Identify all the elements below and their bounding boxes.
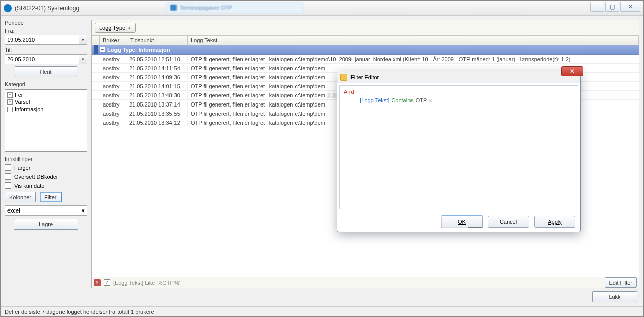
kategori-tree[interactable]: +Feil +Varsel +Informasjon	[5, 89, 87, 152]
expand-icon[interactable]: +	[7, 107, 13, 112]
checkbox-icon	[5, 173, 11, 180]
periode-group: Periode Fra: ▾ Til: ▾ Hent	[5, 20, 87, 77]
tree-label: Feil	[15, 92, 24, 98]
cell-loggtekst: OTP fil generert, filen er lagret i kata…	[188, 56, 639, 62]
group-chip-label: Logg Type	[99, 25, 125, 31]
checkbox-label: Oversett DBkoder	[14, 174, 58, 180]
til-date-input[interactable]	[5, 54, 79, 64]
dialog-body[interactable]: And ◦ └─ [Logg Tekst] Contains OTP ⊘	[339, 85, 578, 209]
window-controls: — ▢ ✕	[590, 2, 640, 12]
cell-bruker: aostby	[100, 83, 127, 89]
cell-tidspunkt: 21.05.2010 14:01:15	[127, 83, 188, 89]
table-row[interactable]: aostby26.05.2010 12:51:10OTP fil generer…	[92, 55, 639, 64]
viskun-checkbox[interactable]: Vis kun dato	[5, 182, 87, 189]
col-indicator	[92, 36, 100, 45]
background-tab: Terminoppgaver OTP	[167, 2, 303, 13]
expand-icon[interactable]: +	[7, 99, 13, 105]
col-bruker[interactable]: Bruker	[100, 36, 127, 45]
background-tab-text: Terminoppgaver OTP	[180, 5, 232, 11]
statusbar: Det er de siste 7 dagene logget hendelse…	[1, 306, 643, 316]
kategori-title: Kategori	[5, 81, 87, 87]
cell-bruker: aostby	[100, 92, 127, 98]
cell-tidspunkt: 21.05.2010 14:11:54	[127, 65, 188, 71]
cell-bruker: aostby	[100, 65, 127, 71]
group-header-label: Logg Type: Informasjon	[107, 47, 170, 53]
tree-item-informasjon[interactable]: +Informasjon	[7, 105, 85, 113]
operator-label: And	[344, 89, 354, 95]
minimize-button[interactable]: —	[590, 2, 604, 12]
filter-editor-dialog: Filter Editor ✕ And ◦ └─ [Logg Tekst] Co…	[337, 71, 581, 232]
apply-button[interactable]: Apply	[534, 216, 575, 228]
lagre-button[interactable]: Lagre	[14, 219, 78, 230]
til-label: Til:	[5, 47, 87, 53]
clear-filter-button[interactable]: ×	[94, 279, 101, 286]
status-text: Det er de siste 7 dagene logget hendelse…	[5, 309, 154, 315]
sidebar: Periode Fra: ▾ Til: ▾ Hent	[5, 20, 87, 288]
condition-field[interactable]: [Logg Tekst]	[360, 97, 389, 103]
group-chip-loggtype[interactable]: Logg Type ▲	[95, 23, 136, 33]
grid-group-panel[interactable]: Logg Type ▲	[92, 20, 639, 35]
innstillinger-title: Innstillinger	[5, 156, 87, 162]
export-select[interactable]: excel ▾	[5, 205, 87, 216]
tree-label: Informasjon	[15, 106, 43, 112]
tree-item-varsel[interactable]: +Varsel	[7, 98, 85, 105]
close-button[interactable]: ✕	[620, 2, 640, 12]
cell-tidspunkt: 21.05.2010 13:48:30	[127, 92, 188, 98]
checkbox-icon	[5, 182, 11, 189]
dialog-close-button[interactable]: ✕	[561, 66, 583, 76]
titlebar: (SR022-01) Systemlogg Terminoppgaver OTP…	[1, 1, 643, 16]
kolonner-button[interactable]: Kolonner	[5, 192, 36, 202]
app-icon	[4, 4, 12, 12]
cell-tidspunkt: 26.05.2010 12:51:10	[127, 56, 188, 62]
cell-bruker: aostby	[100, 120, 127, 126]
checkbox-label: Farger	[14, 165, 30, 171]
filter-enabled-checkbox[interactable]: ✓	[104, 279, 110, 286]
farger-checkbox[interactable]: Farger	[5, 164, 87, 171]
edit-filter-button[interactable]: Edit Filter	[605, 277, 637, 288]
group-row-informasjon[interactable]: − Logg Type: Informasjon	[92, 45, 639, 55]
window-title: (SR022-01) Systemlogg	[15, 5, 79, 12]
row-indicator-icon	[94, 45, 98, 54]
checkbox-icon	[5, 164, 11, 171]
cell-bruker: aostby	[100, 56, 127, 62]
tree-label: Varsel	[15, 99, 30, 105]
chevron-down-icon: ▾	[82, 207, 85, 214]
lukk-button[interactable]: Lukk	[592, 291, 637, 302]
filter-condition-row[interactable]: └─ [Logg Tekst] Contains OTP ⊘	[351, 97, 574, 103]
background-tab-icon	[170, 5, 177, 11]
remove-condition-icon[interactable]: ⊘	[429, 98, 433, 103]
condition-operator[interactable]: Contains	[391, 97, 413, 103]
filter-root-operator[interactable]: And ◦	[344, 89, 358, 95]
col-loggtekst[interactable]: Logg Tekst	[188, 36, 639, 45]
cell-tidspunkt: 21.05.2010 13:34:12	[127, 120, 188, 126]
kategori-group: Kategori +Feil +Varsel +Informasjon	[5, 81, 87, 152]
ok-button[interactable]: OK	[441, 216, 483, 228]
bottom-bar: Lukk	[5, 288, 639, 302]
tree-item-feil[interactable]: +Feil	[7, 91, 85, 98]
fra-date-input[interactable]	[5, 35, 79, 45]
filter-icon	[340, 74, 347, 81]
cell-tidspunkt: 21.05.2010 13:35:55	[127, 111, 188, 117]
innstillinger-group: Innstillinger Farger Oversett DBkoder Vi…	[5, 156, 87, 230]
cell-bruker: aostby	[100, 111, 127, 117]
cell-bruker: aostby	[100, 74, 127, 80]
hent-button[interactable]: Hent	[15, 66, 77, 77]
oversett-checkbox[interactable]: Oversett DBkoder	[5, 173, 87, 180]
filter-button[interactable]: Filter	[40, 192, 61, 202]
collapse-icon[interactable]: −	[100, 47, 105, 52]
condition-value[interactable]: OTP	[416, 97, 427, 103]
add-condition-icon[interactable]: ◦	[356, 89, 358, 94]
til-date-dropdown[interactable]: ▾	[79, 54, 87, 64]
maximize-button[interactable]: ▢	[605, 2, 619, 12]
tree-branch-icon: └─	[351, 97, 358, 103]
expand-icon[interactable]: +	[7, 92, 13, 98]
dialog-titlebar[interactable]: Filter Editor ✕	[337, 71, 580, 83]
cell-bruker: aostby	[100, 101, 127, 108]
col-tidspunkt[interactable]: Tidspunkt	[127, 36, 188, 45]
cancel-button[interactable]: Cancel	[488, 216, 529, 228]
checkbox-label: Vis kun dato	[14, 183, 44, 189]
fra-date-dropdown[interactable]: ▾	[79, 35, 87, 45]
export-value: excel	[7, 207, 20, 214]
fra-label: Fra:	[5, 28, 87, 34]
grid-filter-bar: × ✓ [Logg Tekst] Like '%OTP%' Edit Filte…	[92, 277, 639, 288]
